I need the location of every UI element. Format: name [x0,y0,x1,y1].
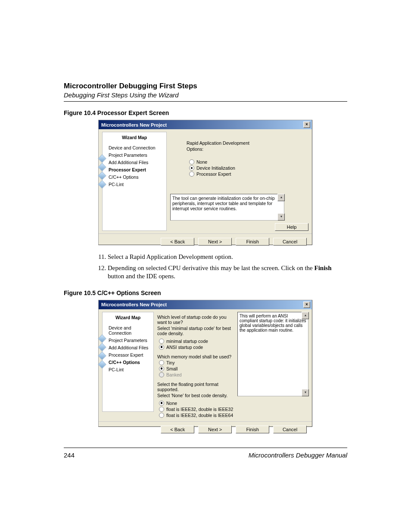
sidebar-item: Device and Connection [109,145,165,150]
dialog-titlebar: Microcontrollers New Project × [99,300,312,309]
radio-device-init[interactable] [189,165,194,171]
sidebar-item: Device and Connection [109,325,152,336]
description-box: This will perform an ANSI compliant star… [237,312,308,396]
question1: Which level of startup code do you want … [157,314,234,325]
scroll-down-icon[interactable]: ▾ [302,389,309,396]
decor [99,333,106,370]
wizard-map-sidebar: Wizard Map Device and Connection Project… [102,312,154,412]
wizard-map-title: Wizard Map [104,315,152,320]
dialog-titlebar: Microcontrollers New Project × [99,120,312,129]
decor [99,153,106,190]
radio-small[interactable] [159,366,164,371]
radio-label: float is IEEE32, double is IEEE64 [166,413,233,418]
dialog-right: This will perform an ANSI compliant star… [237,312,308,419]
close-icon[interactable]: × [303,302,310,308]
cancel-button[interactable]: Cancel [273,426,307,433]
radio-label: minimal startup code [166,339,208,344]
radio-processor-expert[interactable] [189,171,194,177]
sidebar-item: Processor Expert [109,352,152,358]
rad-sub: Options: [187,146,308,152]
hint1: Select 'minimal startup code' for best c… [157,326,234,336]
finish-button[interactable]: Finish [236,426,269,433]
sidebar-item: PC-Lint [109,182,165,187]
sidebar-item: Add Additional Files [109,345,152,350]
chapter-title: Microcontroller Debugging First Steps [64,82,347,90]
sidebar-item-active: Processor Expert [109,167,165,172]
step-12: Depending on selected CPU derivative thi… [108,264,347,281]
radio-tiny[interactable] [159,360,164,365]
subtitle: Debugging First Steps Using the Wizard [64,91,347,99]
radio-fp-32[interactable] [159,407,164,412]
cancel-button[interactable]: Cancel [273,238,307,246]
sidebar-item: C/C++ Options [109,174,165,180]
dialog-processor-expert: Microcontrollers New Project × Wizard Ma… [98,120,312,245]
description-text: This will perform an ANSI compliant star… [240,314,306,333]
radio-label: float is IEEE32, double is IEEE32 [166,407,233,412]
radio-label: None [166,401,177,406]
help-button[interactable]: Help [275,223,308,231]
radio-label: Small [166,366,177,371]
radio-minimal[interactable] [159,339,164,344]
manual-name: Microcontrollers Debugger Manual [249,451,347,459]
dialog-ccpp-options: Microcontrollers New Project × Wizard Ma… [98,300,312,427]
radio-label: Device Initialization [196,165,235,171]
dialog-title: Microcontrollers New Project [101,302,167,307]
radio-banked [159,372,164,377]
question3: Select the floating point format support… [157,382,234,392]
next-button[interactable]: Next > [198,426,232,433]
dialog-main: Which level of startup code do you want … [156,312,236,419]
scroll-up-icon[interactable]: ▴ [277,194,285,201]
description-box: The tool can generate initialization cod… [170,194,284,221]
dialog-title: Microcontrollers New Project [101,122,167,128]
steps-list: Select a Rapid Application Development o… [108,253,347,281]
footer-rule [64,448,347,448]
wizard-map-sidebar: Wizard Map Device and Connection Project… [102,132,167,231]
sidebar-item: PC-Lint [109,367,152,372]
description-text: The tool can generate initialization cod… [172,196,275,211]
back-button[interactable]: < Back [161,426,194,433]
back-button[interactable]: < Back [161,238,194,246]
radio-label: Banked [166,372,182,377]
step-11: Select a Rapid Application Development o… [108,253,347,261]
radio-fp-64[interactable] [159,413,164,418]
figure-caption-1: Figure 10.4 Processor Expert Screen [64,109,347,116]
page-number: 244 [64,451,75,459]
finish-button[interactable]: Finish [236,238,269,246]
sidebar-item: Project Parameters [109,338,152,343]
dialog-main: Rapid Application Development Options: N… [170,132,308,231]
radio-fp-none[interactable] [159,401,164,406]
radio-ansi[interactable] [159,345,164,350]
wizard-map-title: Wizard Map [104,135,165,140]
scroll-up-icon[interactable]: ▴ [302,312,309,319]
radio-none[interactable] [189,159,194,165]
rad-heading: Rapid Application Development [187,140,308,146]
radio-label: Processor Expert [196,171,231,177]
sidebar-item: Project Parameters [109,152,165,158]
button-row: < Back Next > Finish Cancel [99,421,312,437]
sidebar-item: Add Additional Files [109,160,165,165]
close-icon[interactable]: × [303,121,310,128]
radio-label: None [196,159,207,165]
next-button[interactable]: Next > [198,238,232,246]
hint3: Select 'None' for best code density. [157,393,234,398]
scroll-down-icon[interactable]: ▾ [277,213,285,221]
question2: Which memory model shall be used? [157,354,234,359]
button-row: < Back Next > Finish Cancel [99,233,312,249]
radio-label: ANSI startup code [166,345,203,350]
sidebar-item-active: C/C++ Options [109,360,152,365]
radio-label: Tiny [166,360,174,365]
figure-caption-2: Figure 10.5 C/C++ Options Screen [64,289,347,296]
header-rule [64,101,347,102]
